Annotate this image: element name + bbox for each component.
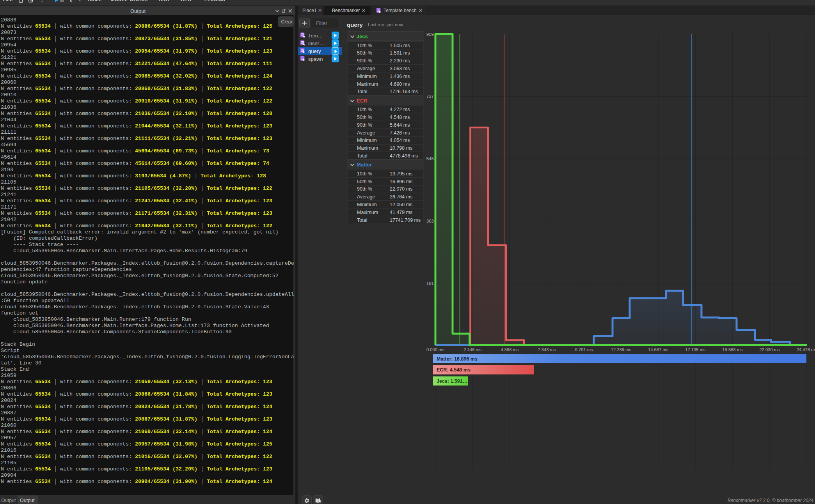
svg-text:Matter: 16.896 ms: Matter: 16.896 ms — [437, 356, 478, 362]
svg-text:0.000 ms: 0.000 ms — [426, 347, 444, 352]
svg-text:545: 545 — [426, 156, 434, 161]
svg-text:ECR: 4.548 ms: ECR: 4.548 ms — [437, 367, 471, 373]
svg-text:2.448 ms: 2.448 ms — [463, 347, 481, 352]
svg-text:14.687 ms: 14.687 ms — [648, 347, 669, 352]
svg-text:19.583 ms: 19.583 ms — [722, 347, 743, 352]
svg-text:Jecs: 1.591…: Jecs: 1.591… — [437, 378, 467, 384]
svg-text:7.343 ms: 7.343 ms — [538, 347, 556, 352]
svg-text:12.239 ms: 12.239 ms — [611, 347, 632, 352]
svg-text:363: 363 — [426, 219, 434, 223]
svg-text:9.791 ms: 9.791 ms — [575, 347, 593, 352]
svg-text:4.896 ms: 4.896 ms — [501, 347, 518, 352]
svg-text:22.030 ms: 22.030 ms — [759, 347, 780, 352]
svg-text:181: 181 — [426, 281, 434, 286]
svg-text:17.135 ms: 17.135 ms — [685, 347, 706, 352]
svg-text:24.478 ms: 24.478 ms — [797, 347, 815, 352]
svg-text:727: 727 — [426, 94, 434, 99]
svg-text:909: 909 — [426, 32, 434, 37]
